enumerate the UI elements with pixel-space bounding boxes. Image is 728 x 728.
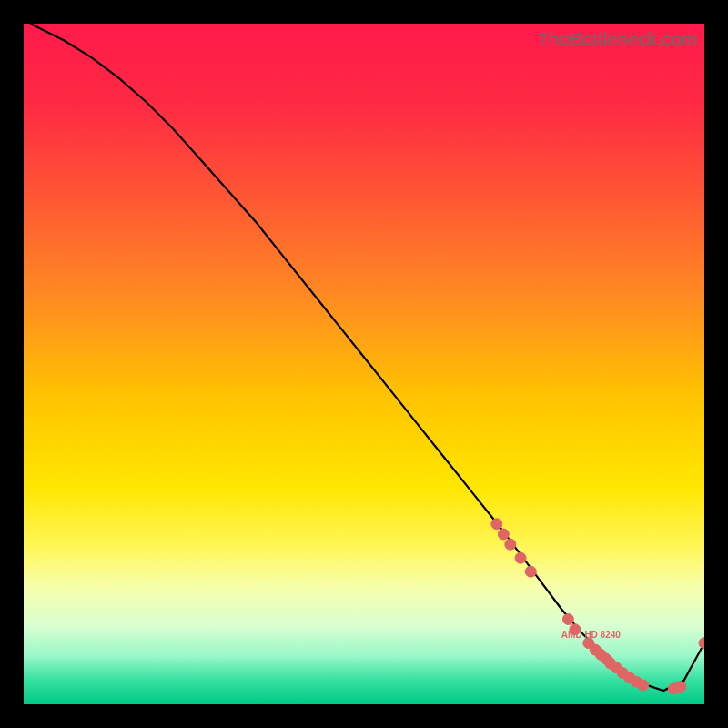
bottleneck-plot: AMD HD 8240 [24,24,704,704]
data-point [562,614,573,625]
svg-text:AMD HD 8240: AMD HD 8240 [561,630,621,640]
data-point [515,552,526,563]
watermark-text: TheBottleneck.com [538,29,697,50]
marker-label: AMD HD 8240 [561,630,621,640]
data-point [525,566,536,577]
data-point [675,682,686,693]
data-point [699,638,704,649]
data-point [491,519,502,530]
data-point [505,539,516,550]
plot-frame: AMD HD 8240 TheBottleneck.com [24,24,704,704]
marker-layer [491,519,704,694]
data-point [638,680,649,691]
bottleneck-curve [30,24,704,691]
data-point [498,529,509,540]
